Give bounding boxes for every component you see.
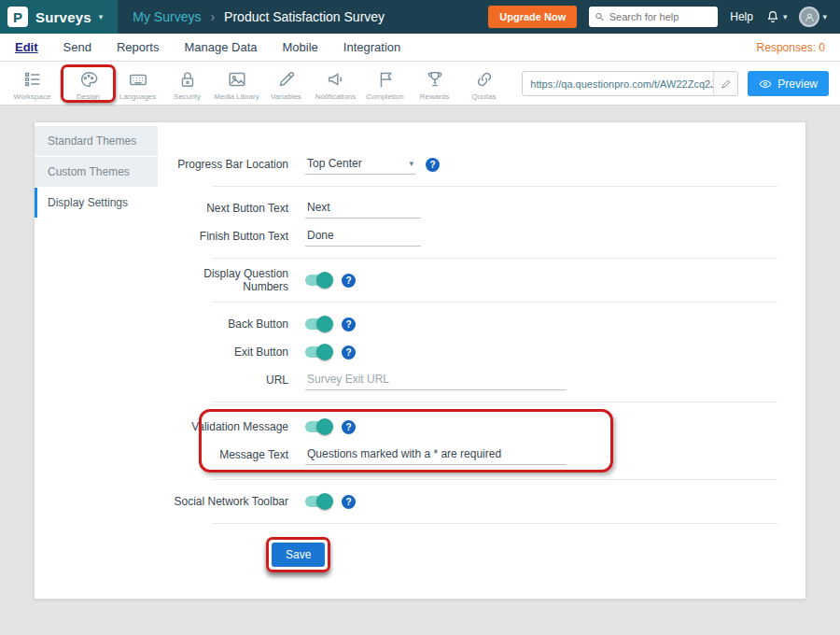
field-label: Back Button [167, 318, 305, 331]
tool-label: Rewards [420, 92, 450, 101]
sidebar-item-display-settings[interactable]: Display Settings [35, 188, 158, 218]
save-row: Save [167, 537, 789, 572]
tool-variables[interactable]: Variables [261, 64, 311, 101]
display-question-numbers-row: Display Question Numbers ? [167, 266, 789, 294]
notifications-menu[interactable]: ▾ [765, 9, 788, 24]
field-label: URL [167, 374, 305, 387]
product-switcher[interactable]: P Surveys ▾ [0, 0, 118, 34]
bell-icon [765, 9, 780, 24]
tool-quotas[interactable]: Quotas [459, 64, 509, 101]
finish-button-text-row: Finish Button Text [167, 222, 789, 250]
help-search-box[interactable] [589, 7, 718, 27]
workspace-icon [22, 69, 43, 90]
help-icon[interactable]: ? [342, 274, 356, 288]
help-icon[interactable]: ? [342, 346, 356, 360]
survey-title: Product Satisfaction Survey [224, 9, 385, 24]
section-divider [212, 258, 777, 259]
field-label: Exit Button [167, 346, 305, 359]
section-divider [212, 302, 777, 303]
display-settings-form: Progress Bar Location Top Center ▾ ? Nex… [158, 122, 805, 599]
field-label: Message Text [167, 448, 305, 461]
avatar [799, 7, 819, 27]
tool-label: Quotas [472, 92, 497, 101]
sidebar-item-standard-themes[interactable]: Standard Themes [35, 126, 158, 156]
toolbar-right-group: https://qa.questionpro.com/t/AW22Zcq2J P… [522, 64, 829, 96]
design-sidebar: Standard Themes Custom Themes Display Se… [35, 122, 158, 599]
nav-tab-send[interactable]: Send [63, 40, 91, 54]
tool-label: Security [174, 92, 201, 101]
help-icon[interactable]: ? [342, 495, 356, 509]
help-search-input[interactable] [609, 11, 712, 22]
nav-tab-mobile[interactable]: Mobile [283, 40, 318, 54]
save-button-wrap: Save [266, 537, 330, 572]
sidebar-item-custom-themes[interactable]: Custom Themes [35, 157, 158, 187]
display-question-numbers-toggle[interactable] [305, 275, 331, 286]
nav-tab-integration[interactable]: Integration [343, 40, 400, 54]
help-icon[interactable]: ? [342, 420, 356, 434]
chevron-down-icon: ▾ [99, 12, 104, 21]
message-text-input[interactable] [305, 445, 567, 465]
toggle-knob [316, 344, 333, 360]
design-icon [78, 69, 99, 90]
responses-count[interactable]: Responses: 0 [757, 41, 825, 54]
pencil-icon [721, 78, 732, 90]
tool-label: Media Library [214, 92, 259, 101]
help-link[interactable]: Help [730, 10, 753, 23]
exit-url-row: URL [167, 366, 789, 394]
tool-security[interactable]: Security [162, 64, 212, 101]
survey-url-box: https://qa.questionpro.com/t/AW22Zcq2J [522, 71, 738, 96]
tool-languages[interactable]: Languages [113, 64, 162, 101]
nav-tab-manage-data[interactable]: Manage Data [184, 40, 257, 54]
chevron-down-icon: ▾ [822, 12, 827, 21]
social-network-toolbar-toggle[interactable] [305, 496, 331, 507]
field-label: Progress Bar Location [167, 158, 305, 171]
nav-tab-edit[interactable]: Edit [15, 40, 38, 54]
languages-icon [128, 69, 148, 90]
save-button[interactable]: Save [272, 543, 325, 567]
help-icon[interactable]: ? [426, 158, 440, 172]
upgrade-now-button[interactable]: Upgrade Now [488, 6, 577, 28]
next-button-text-input[interactable] [305, 199, 421, 219]
social-network-toolbar-row: Social Network Toolbar ? [167, 487, 789, 515]
questionpro-logo: P [7, 7, 28, 27]
breadcrumb-my-surveys[interactable]: My Surveys [133, 9, 201, 24]
tool-completion[interactable]: Completion [360, 64, 410, 101]
toggle-knob [316, 493, 333, 510]
tool-design[interactable]: Design [63, 64, 113, 101]
variables-icon [276, 69, 297, 90]
validation-message-toggle[interactable] [305, 421, 331, 432]
toggle-knob [316, 316, 333, 332]
trophy-icon [425, 69, 445, 90]
finish-button-text-input[interactable] [305, 227, 421, 247]
back-button-toggle[interactable] [305, 318, 331, 330]
help-icon[interactable]: ? [342, 318, 356, 332]
tool-rewards[interactable]: Rewards [410, 64, 459, 101]
nav-tab-reports[interactable]: Reports [117, 40, 160, 54]
progress-bar-location-select[interactable]: Top Center ▾ [305, 155, 415, 175]
exit-button-toggle[interactable] [305, 346, 331, 358]
tool-notifications[interactable]: Notifications [311, 64, 360, 101]
back-button-row: Back Button ? [167, 310, 789, 338]
user-icon [804, 11, 816, 23]
edit-url-button[interactable] [713, 72, 737, 95]
chevron-down-icon: ▾ [783, 12, 788, 21]
field-label: Validation Message [167, 420, 305, 433]
toggle-knob [316, 418, 333, 435]
breadcrumb: My Surveys › Product Satisfaction Survey [133, 9, 385, 24]
tool-workspace[interactable]: Workspace [7, 64, 57, 101]
section-divider [212, 402, 777, 402]
toggle-knob [316, 272, 333, 289]
edit-toolbar: Workspace Design Languages Security Medi… [0, 62, 840, 106]
topbar-right-group: Upgrade Now Help ▾ ▾ [488, 6, 840, 28]
exit-url-input[interactable] [305, 371, 567, 390]
tool-label: Design [77, 92, 100, 101]
field-label: Display Question Numbers [167, 267, 305, 293]
field-label: Next Button Text [167, 202, 305, 215]
account-menu[interactable]: ▾ [799, 7, 827, 27]
survey-url[interactable]: https://qa.questionpro.com/t/AW22Zcq2J [523, 78, 713, 90]
preview-button[interactable]: Preview [748, 71, 829, 96]
chevron-down-icon: ▾ [409, 159, 413, 168]
next-button-text-row: Next Button Text [167, 194, 789, 222]
breadcrumb-separator-icon: › [210, 9, 215, 24]
tool-media-library[interactable]: Media Library [212, 64, 261, 101]
